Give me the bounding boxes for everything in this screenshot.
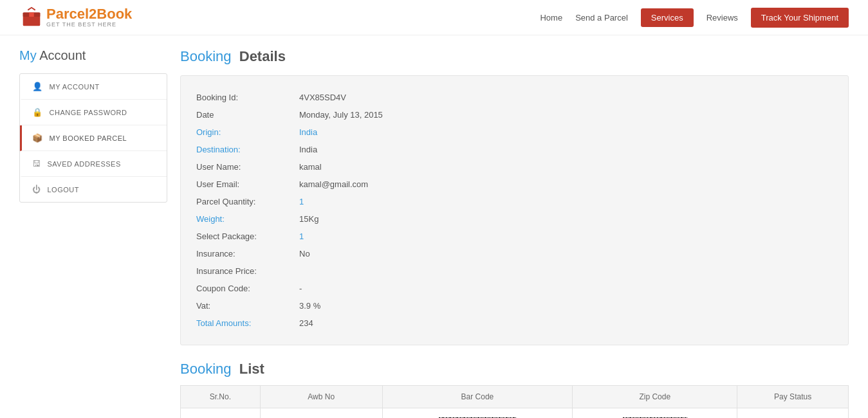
cell-awb-no[interactable]: NTFJCLJ5O (260, 408, 382, 419)
booking-list-table: Sr.No. Awb No Bar Code Zip Code Pay Stat… (180, 385, 849, 418)
main-content: Booking Details Booking Id: 4VX85SD4V Da… (180, 48, 849, 418)
detail-row-insurance-price: Insurance Price: (196, 262, 833, 280)
page-body: My Account 👤 MY ACCOUNT 🔒 CHANGE PASSWOR… (0, 35, 868, 418)
nav-send-parcel[interactable]: Send a Parcel (575, 13, 628, 23)
main-nav: Home Send a Parcel Services Reviews Trac… (540, 8, 849, 28)
detail-row-total: Total Amounts: 234 (196, 314, 833, 332)
nav-home[interactable]: Home (540, 13, 562, 23)
account-icon: 👤 (32, 82, 43, 91)
sidebar-item-booked-parcel[interactable]: 📦 MY BOOKED PARCEL (20, 125, 167, 151)
detail-row-insurance: Insurance: No (196, 245, 833, 262)
nav-track-shipment-button[interactable]: Track Your Shipment (751, 8, 849, 28)
sidebar-menu: 👤 MY ACCOUNT 🔒 CHANGE PASSWORD 📦 MY BOOK… (19, 73, 167, 203)
lock-icon: 🔒 (32, 107, 43, 117)
detail-row-weight: Weight: 15Kg (196, 210, 833, 228)
col-sr-no: Sr.No. (181, 386, 261, 408)
header-row: Sr.No. Awb No Bar Code Zip Code Pay Stat… (181, 386, 849, 408)
booking-details-title: Booking Details (180, 48, 849, 65)
table-body: 1 NTFJCLJ5O (181, 408, 849, 419)
nav-services-button[interactable]: Services (641, 8, 694, 27)
booking-details-box: Booking Id: 4VX85SD4V Date Monday, July … (180, 75, 849, 345)
detail-row-date: Date Monday, July 13, 2015 (196, 106, 833, 123)
logo-text-main: Parcel2Book (46, 6, 132, 22)
detail-row-package: Select Package: 1 (196, 228, 833, 245)
logo-subtext: Get The Best Here (46, 22, 132, 28)
sidebar: My Account 👤 MY ACCOUNT 🔒 CHANGE PASSWOR… (19, 48, 167, 418)
table-header: Sr.No. Awb No Bar Code Zip Code Pay Stat… (181, 386, 849, 408)
detail-row-vat: Vat: 3.9 % (196, 297, 833, 314)
cell-zipcode (573, 408, 737, 419)
cell-pay-status (737, 408, 849, 419)
detail-row-username: User Name: kamal (196, 158, 833, 176)
col-barcode: Bar Code (382, 386, 573, 408)
logo-icon (19, 5, 44, 30)
logout-icon: ⏻ (32, 185, 41, 194)
detail-row-booking-id: Booking Id: 4VX85SD4V (196, 89, 833, 106)
detail-row-destination: Destination: India (196, 141, 833, 158)
col-zipcode: Zip Code (573, 386, 737, 408)
sidebar-title: My Account (19, 48, 167, 63)
parcel-icon: 📦 (32, 133, 43, 143)
sidebar-item-logout[interactable]: ⏻ LOGOUT (20, 177, 167, 202)
detail-row-email: User Email: kamal@gmail.com (196, 176, 833, 193)
table-row: 1 NTFJCLJ5O (181, 408, 849, 419)
address-icon: 🖫 (32, 159, 41, 168)
sidebar-item-saved-addresses[interactable]: 🖫 SAVED ADDRESSES (20, 151, 167, 177)
sidebar-item-my-account[interactable]: 👤 MY ACCOUNT (20, 74, 167, 100)
booking-list-title: Booking List (180, 361, 849, 377)
svg-rect-2 (29, 12, 34, 17)
nav-reviews[interactable]: Reviews (706, 13, 738, 23)
header: Parcel2Book Get The Best Here Home Send … (0, 0, 868, 35)
cell-sr-no: 1 (181, 408, 261, 419)
detail-row-coupon: Coupon Code: - (196, 280, 833, 297)
col-awb-no: Awb No (260, 386, 382, 408)
logo: Parcel2Book Get The Best Here (19, 5, 132, 30)
col-pay-status: Pay Status (737, 386, 849, 408)
detail-row-parcel-qty: Parcel Quantity: 1 (196, 193, 833, 210)
detail-row-origin: Origin: India (196, 123, 833, 141)
sidebar-item-change-password[interactable]: 🔒 CHANGE PASSWORD (20, 100, 167, 125)
cell-barcode (382, 408, 573, 419)
